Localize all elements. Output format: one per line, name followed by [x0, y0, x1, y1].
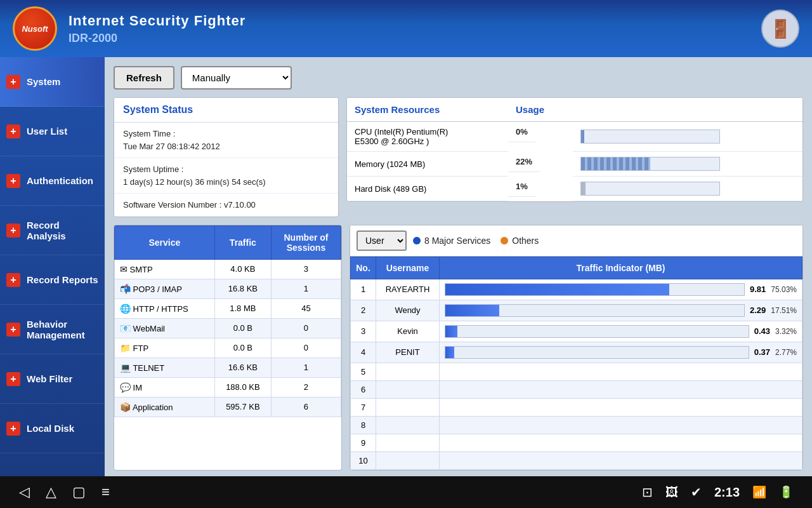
traffic-indicator-header: Traffic Indicator (MB): [440, 257, 802, 279]
traffic-row: 5: [351, 363, 802, 380]
disk-bar-cell: [573, 177, 802, 201]
service-row: 📦 Application 595.7 KB 6: [115, 397, 341, 417]
screenshot-icon: ⊡: [642, 485, 653, 500]
row-username: [376, 363, 440, 380]
traffic-pct: 17.51%: [771, 306, 797, 315]
sidebar-label-local-disk: Local Disk: [27, 423, 74, 434]
sidebar-label-authentication: Authentication: [27, 175, 93, 186]
row-traffic-indicator: 2.29 17.51%: [440, 300, 802, 321]
plus-icon: +: [6, 174, 20, 188]
service-icon: 📦: [120, 402, 131, 412]
row-no: 9: [351, 434, 376, 451]
content-area: Refresh Manually Every 30s Every 1min Ev…: [105, 57, 812, 476]
plus-icon: +: [6, 273, 20, 287]
sidebar-item-web-filter[interactable]: + Web Filter: [0, 354, 105, 404]
service-icon: 📬: [120, 284, 131, 294]
sidebar-item-authentication[interactable]: + Authentication: [0, 156, 105, 206]
major-services-info: 8 Major Services Others: [413, 236, 539, 246]
sidebar-item-local-disk[interactable]: + Local Disk: [0, 404, 105, 453]
service-icon: 💬: [120, 382, 131, 392]
traffic-value: 0.37: [754, 347, 770, 357]
sidebar-item-record-reports[interactable]: + Record Reports: [0, 255, 105, 305]
home-button[interactable]: △: [46, 484, 56, 500]
service-sessions: 2: [271, 377, 341, 397]
plus-icon: +: [6, 124, 20, 138]
logo: Nusoft: [13, 6, 57, 51]
user-group-dropdown[interactable]: User Group: [357, 231, 407, 251]
clock: 2:13: [714, 485, 740, 500]
disk-usage: 1%: [508, 177, 535, 197]
plus-icon: +: [6, 75, 20, 89]
service-sessions: 3: [271, 259, 341, 279]
traffic-bar-wrap: 2.29 17.51%: [445, 304, 797, 317]
memory-row: Memory (1024 MB) 22%: [347, 152, 802, 177]
service-header: Service: [115, 225, 215, 259]
refresh-button[interactable]: Refresh: [114, 66, 174, 90]
row-username: [376, 380, 440, 398]
row-no: 5: [351, 363, 376, 380]
system-uptime-row: System Uptime : 1 day(s) 12 hour(s) 36 m…: [114, 158, 338, 194]
service-icon: 💻: [120, 363, 131, 373]
software-version-row: Software Version Number : v7.10.00: [114, 194, 338, 217]
header-text: Internet Security Fighter IDR-2000: [69, 13, 246, 45]
sidebar-label-system: System: [27, 76, 60, 87]
memory-bar-cell: [573, 152, 802, 177]
traffic-bar-bg: [445, 325, 749, 338]
service-sessions: 1: [271, 358, 341, 377]
row-no: 3: [351, 321, 376, 342]
service-row: 📁 FTP 0.0 B 0: [115, 338, 341, 358]
traffic-row: 8: [351, 416, 802, 434]
row-traffic-indicator: [440, 451, 802, 469]
traffic-header: Traffic: [214, 225, 271, 259]
service-row: ✉ SMTP 4.0 KB 3: [115, 259, 341, 279]
traffic-row: 1 RAYEARTH 9.81 75.03%: [351, 279, 802, 300]
refresh-interval-dropdown[interactable]: Manually Every 30s Every 1min Every 5min: [181, 66, 292, 90]
traffic-row: 7: [351, 398, 802, 416]
exit-button[interactable]: 🚪: [761, 10, 799, 48]
service-row: 📧 WebMail 0.0 B 0: [115, 318, 341, 338]
traffic-top-bar: User Group 8 Major Services Others: [350, 225, 802, 257]
service-traffic: 16.6 KB: [214, 358, 271, 377]
traffic-value: 2.29: [750, 305, 766, 315]
traffic-value: 9.81: [750, 284, 766, 294]
traffic-card: User Group 8 Major Services Others No.: [350, 225, 803, 471]
disk-bar-container: [580, 182, 720, 196]
sidebar-label-web-filter: Web Filter: [27, 373, 72, 384]
service-card: Service Traffic Number ofSessions ✉ SMTP…: [114, 225, 342, 471]
service-traffic: 188.0 KB: [214, 377, 271, 397]
traffic-bar-fill: [445, 347, 454, 358]
sidebar-item-record-analysis[interactable]: + Record Analysis: [0, 206, 105, 255]
row-no: 10: [351, 451, 376, 469]
plus-icon: +: [6, 224, 20, 237]
row-traffic-indicator: [440, 416, 802, 434]
app-subtitle: IDR-2000: [69, 32, 246, 45]
traffic-bar-fill: [445, 305, 499, 316]
service-sessions: 1: [271, 279, 341, 298]
app-title: Internet Security Fighter: [69, 13, 246, 29]
image-icon: 🖼: [665, 485, 678, 500]
cpu-usage: 0%: [508, 122, 535, 142]
checkmark-icon: ✔: [691, 485, 702, 500]
cpu-bar-container: [580, 130, 720, 144]
sidebar-item-behavior-management[interactable]: + Behavior Management: [0, 305, 105, 354]
menu-button[interactable]: ≡: [102, 484, 110, 500]
sidebar-item-user-list[interactable]: + User List: [0, 107, 105, 156]
cpu-label: CPU (Intel(R) Pentium(R)E5300 @ 2.60GHz …: [347, 122, 508, 152]
back-button[interactable]: ◁: [19, 484, 30, 500]
sidebar-label-user-list: User List: [27, 126, 67, 137]
service-sessions: 6: [271, 397, 341, 417]
row-no: 4: [351, 342, 376, 363]
traffic-bar-bg: [445, 283, 745, 296]
traffic-table: No. Username Traffic Indicator (MB) 1 RA…: [350, 257, 802, 470]
service-name: 📦 Application: [115, 397, 215, 417]
android-bar: ◁ △ ▢ ≡ ⊡ 🖼 ✔ 2:13 📶 🔋: [0, 476, 812, 508]
sidebar-label-behavior-management: Behavior Management: [27, 319, 98, 340]
row-username: RAYEARTH: [376, 279, 440, 300]
recents-button[interactable]: ▢: [72, 484, 86, 500]
traffic-bar-wrap: 0.37 2.77%: [445, 346, 797, 359]
app-header: Nusoft Internet Security Fighter IDR-200…: [0, 0, 812, 57]
service-traffic: 1.8 MB: [214, 298, 271, 318]
sidebar-item-system[interactable]: + System: [0, 57, 105, 107]
service-row: 💬 IM 188.0 KB 2: [115, 377, 341, 397]
traffic-row: 4 PENIT 0.37 2.77%: [351, 342, 802, 363]
